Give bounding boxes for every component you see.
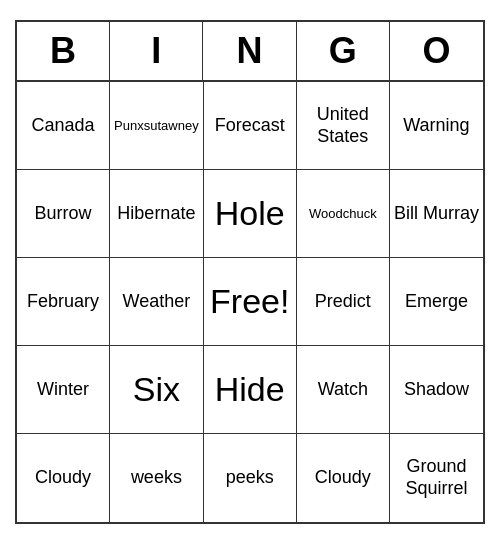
cell-r4-c3: Cloudy — [297, 434, 390, 522]
header-letter-g: G — [297, 22, 390, 80]
header-letter-o: O — [390, 22, 483, 80]
cell-r3-c0: Winter — [17, 346, 110, 434]
cell-text-r0-c2: Forecast — [215, 115, 285, 137]
cell-r1-c3: Woodchuck — [297, 170, 390, 258]
cell-r3-c1: Six — [110, 346, 204, 434]
cell-text-r4-c4: Ground Squirrel — [394, 456, 479, 499]
cell-text-r1-c3: Woodchuck — [309, 206, 377, 222]
cell-text-r4-c0: Cloudy — [35, 467, 91, 489]
header-letter-i: I — [110, 22, 203, 80]
cell-text-r4-c2: peeks — [226, 467, 274, 489]
cell-text-r0-c3: United States — [301, 104, 385, 147]
cell-text-r1-c0: Burrow — [35, 203, 92, 225]
cell-r0-c0: Canada — [17, 82, 110, 170]
cell-r0-c2: Forecast — [204, 82, 297, 170]
cell-text-r3-c0: Winter — [37, 379, 89, 401]
cell-text-r2-c2: Free! — [210, 281, 289, 322]
cell-r3-c3: Watch — [297, 346, 390, 434]
cell-r3-c4: Shadow — [390, 346, 483, 434]
bingo-header: BINGO — [17, 22, 483, 82]
cell-text-r3-c2: Hide — [215, 369, 285, 410]
cell-text-r3-c3: Watch — [318, 379, 368, 401]
cell-text-r1-c1: Hibernate — [117, 203, 195, 225]
cell-text-r0-c4: Warning — [403, 115, 469, 137]
cell-r0-c3: United States — [297, 82, 390, 170]
cell-text-r4-c3: Cloudy — [315, 467, 371, 489]
cell-r2-c4: Emerge — [390, 258, 483, 346]
cell-text-r1-c2: Hole — [215, 193, 285, 234]
header-letter-n: N — [203, 22, 296, 80]
cell-text-r2-c3: Predict — [315, 291, 371, 313]
header-letter-b: B — [17, 22, 110, 80]
cell-r1-c4: Bill Murray — [390, 170, 483, 258]
cell-text-r2-c0: February — [27, 291, 99, 313]
cell-r2-c0: February — [17, 258, 110, 346]
cell-r4-c4: Ground Squirrel — [390, 434, 483, 522]
cell-r2-c2: Free! — [204, 258, 297, 346]
cell-text-r2-c4: Emerge — [405, 291, 468, 313]
bingo-card: BINGO CanadaPunxsutawneyForecastUnited S… — [15, 20, 485, 524]
cell-r2-c1: Weather — [110, 258, 204, 346]
cell-r4-c2: peeks — [204, 434, 297, 522]
cell-text-r0-c1: Punxsutawney — [114, 118, 199, 134]
cell-r4-c1: weeks — [110, 434, 204, 522]
cell-text-r0-c0: Canada — [32, 115, 95, 137]
cell-text-r3-c1: Six — [133, 369, 180, 410]
cell-text-r4-c1: weeks — [131, 467, 182, 489]
cell-r3-c2: Hide — [204, 346, 297, 434]
cell-text-r3-c4: Shadow — [404, 379, 469, 401]
cell-text-r2-c1: Weather — [123, 291, 191, 313]
cell-r1-c0: Burrow — [17, 170, 110, 258]
bingo-grid: CanadaPunxsutawneyForecastUnited StatesW… — [17, 82, 483, 522]
cell-r4-c0: Cloudy — [17, 434, 110, 522]
cell-r0-c1: Punxsutawney — [110, 82, 204, 170]
cell-r2-c3: Predict — [297, 258, 390, 346]
cell-r1-c2: Hole — [204, 170, 297, 258]
cell-text-r1-c4: Bill Murray — [394, 203, 479, 225]
cell-r1-c1: Hibernate — [110, 170, 204, 258]
cell-r0-c4: Warning — [390, 82, 483, 170]
